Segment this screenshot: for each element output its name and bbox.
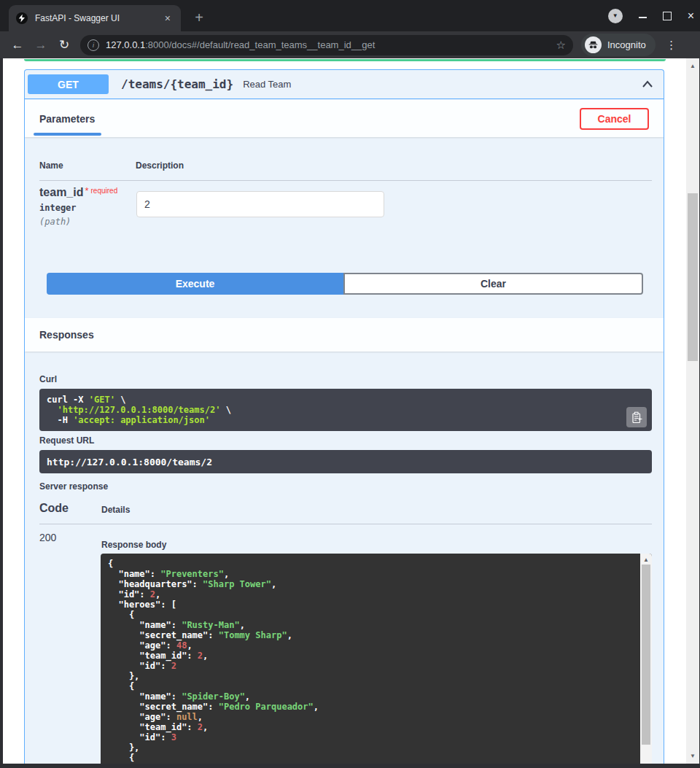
collapse-chevron-icon[interactable] bbox=[642, 78, 653, 91]
param-name: team_id bbox=[39, 186, 83, 198]
page-scroll-up-icon[interactable]: ▲ bbox=[686, 63, 699, 69]
swagger-page: GET /teams/{team_id} Read Team Parameter… bbox=[3, 58, 686, 764]
maximize-button[interactable] bbox=[663, 12, 672, 20]
back-button[interactable]: ← bbox=[6, 38, 29, 53]
execute-button[interactable]: Execute bbox=[47, 273, 343, 295]
window-close-button[interactable]: × bbox=[688, 10, 694, 22]
parameters-header: Parameters Cancel bbox=[25, 100, 664, 137]
url-text: 127.0.0.1:8000/docs#/default/read_team_t… bbox=[106, 39, 552, 50]
url-host: 127.0.0.1 bbox=[106, 39, 145, 50]
cancel-button[interactable]: Cancel bbox=[580, 108, 649, 130]
browser-toolbar: ← → ↻ i 127.0.0.1:8000/docs#/default/rea… bbox=[0, 31, 700, 58]
details-column-label: Details bbox=[101, 505, 130, 515]
request-url-text: http://127.0.0.1:8000/teams/2 bbox=[47, 457, 212, 468]
status-code: 200 bbox=[39, 532, 56, 543]
server-response-label: Server response bbox=[39, 481, 108, 492]
tab-close-icon[interactable]: × bbox=[162, 12, 174, 24]
bookmark-star-icon[interactable]: ☆ bbox=[556, 39, 566, 52]
response-scrollbar[interactable]: ▲ bbox=[640, 554, 652, 764]
response-body-block: { "name": "Preventers", "headquarters": … bbox=[101, 554, 652, 764]
params-divider bbox=[39, 180, 652, 181]
params-col-name: Name bbox=[39, 160, 63, 171]
required-star: * bbox=[85, 185, 88, 196]
code-column-label: Code bbox=[39, 502, 69, 515]
request-url-block: http://127.0.0.1:8000/teams/2 bbox=[39, 450, 652, 473]
param-row: team_id*required integer (path) bbox=[39, 185, 117, 227]
parameters-tab: Parameters bbox=[39, 113, 95, 125]
clipboard-icon bbox=[631, 411, 642, 424]
tab-title: FastAPI - Swagger UI bbox=[35, 13, 162, 23]
url-path: :8000/docs#/default/read_team_teams__tea… bbox=[145, 39, 375, 50]
page-scroll-thumb[interactable] bbox=[688, 193, 698, 361]
page-scroll-down-icon[interactable]: ▼ bbox=[686, 753, 699, 759]
browser-tab-bar: FastAPI - Swagger UI × + ▼ × bbox=[0, 0, 700, 31]
response-body-code: { "name": "Preventers", "headquarters": … bbox=[108, 559, 633, 764]
opblock-summary[interactable]: GET /teams/{team_id} Read Team bbox=[25, 70, 664, 99]
param-in: (path) bbox=[39, 217, 117, 227]
reload-button[interactable]: ↻ bbox=[52, 37, 76, 53]
endpoint-path: /teams/{team_id} bbox=[121, 77, 233, 91]
url-bar[interactable]: i 127.0.0.1:8000/docs#/default/read_team… bbox=[80, 35, 573, 55]
new-tab-button[interactable]: + bbox=[190, 8, 209, 27]
request-url-label: Request URL bbox=[39, 435, 94, 446]
curl-code: curl -X 'GET' \ 'http://127.0.0.1:8000/t… bbox=[47, 395, 645, 425]
minimize-button[interactable] bbox=[639, 17, 647, 18]
response-divider bbox=[39, 524, 652, 524]
copy-button[interactable] bbox=[626, 407, 647, 427]
incognito-label: Incognito bbox=[607, 39, 646, 50]
params-col-description: Description bbox=[136, 160, 184, 171]
incognito-icon bbox=[585, 36, 602, 53]
forward-button[interactable]: → bbox=[29, 38, 52, 53]
response-body-label: Response body bbox=[101, 540, 166, 550]
param-value-input[interactable] bbox=[136, 191, 384, 217]
response-scroll-thumb[interactable] bbox=[642, 565, 650, 745]
fastapi-favicon-icon bbox=[16, 12, 28, 24]
method-badge: GET bbox=[28, 74, 109, 94]
browser-update-indicator[interactable]: ▼ bbox=[608, 9, 623, 23]
browser-tab[interactable]: FastAPI - Swagger UI × bbox=[9, 5, 181, 31]
page-scrollbar[interactable]: ▲ ▼ bbox=[686, 58, 699, 764]
clear-button[interactable]: Clear bbox=[343, 273, 643, 295]
site-info-icon[interactable]: i bbox=[88, 39, 99, 51]
curl-label: Curl bbox=[39, 374, 57, 384]
previous-opblock-edge bbox=[24, 59, 666, 61]
required-label: required bbox=[91, 187, 118, 195]
responses-header: Responses bbox=[25, 318, 664, 352]
parameters-tab-underline bbox=[34, 133, 101, 136]
incognito-badge: Incognito bbox=[581, 34, 656, 56]
browser-menu-icon[interactable]: ⋮ bbox=[663, 39, 680, 52]
responses-title: Responses bbox=[39, 329, 94, 341]
endpoint-summary: Read Team bbox=[243, 79, 291, 90]
param-type: integer bbox=[39, 203, 117, 213]
scroll-up-icon[interactable]: ▲ bbox=[640, 556, 652, 563]
curl-block: curl -X 'GET' \ 'http://127.0.0.1:8000/t… bbox=[39, 389, 652, 431]
get-opblock: GET /teams/{team_id} Read Team Parameter… bbox=[24, 69, 664, 764]
execute-row: Execute Clear bbox=[47, 273, 643, 295]
